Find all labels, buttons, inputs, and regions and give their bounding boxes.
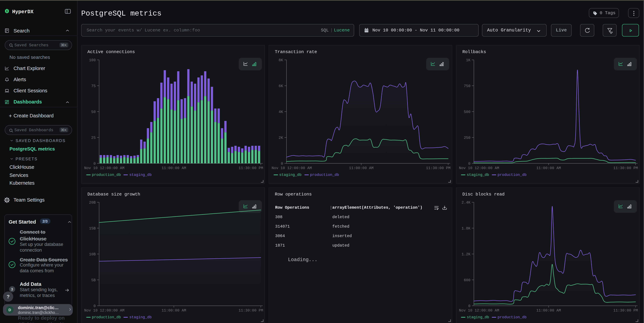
svg-text:50: 50	[91, 110, 96, 114]
svg-text:11:30:00 PM: 11:30:00 PM	[238, 308, 263, 313]
svg-text:0: 0	[93, 304, 96, 308]
svg-text:10B: 10B	[89, 252, 96, 256]
svg-text:11:00:00 AM: 11:00:00 AM	[161, 166, 186, 170]
svg-text:15B: 15B	[89, 226, 96, 231]
svg-text:100: 100	[89, 58, 96, 62]
svg-text:1.2K: 1.2K	[462, 252, 471, 256]
svg-text:Nov 10 12:00:00 AM: Nov 10 12:00:00 AM	[84, 308, 124, 313]
svg-text:250: 250	[464, 136, 470, 140]
svg-text:11:00:00 AM: 11:00:00 AM	[536, 166, 561, 170]
svg-text:4K: 4K	[278, 110, 283, 114]
svg-text:11:30:00 PM: 11:30:00 PM	[238, 166, 263, 170]
svg-text:8K: 8K	[278, 58, 283, 62]
svg-text:25: 25	[91, 136, 96, 140]
svg-text:2K: 2K	[278, 136, 283, 140]
svg-text:0: 0	[468, 304, 470, 308]
svg-text:0: 0	[468, 162, 470, 166]
svg-text:500: 500	[464, 110, 470, 114]
svg-text:Nov 10 12:00:00 AM: Nov 10 12:00:00 AM	[84, 166, 124, 170]
svg-text:11:30:00 PM: 11:30:00 PM	[614, 308, 638, 313]
svg-text:20B: 20B	[89, 200, 96, 205]
svg-text:0: 0	[281, 162, 283, 166]
svg-text:Nov 10 12:00:00 AM: Nov 10 12:00:00 AM	[272, 166, 312, 170]
svg-text:Nov 10 12:00:00 AM: Nov 10 12:00:00 AM	[459, 166, 499, 170]
svg-text:11:30:00 PM: 11:30:00 PM	[614, 166, 638, 170]
svg-text:Nov 10 12:00:00 AM: Nov 10 12:00:00 AM	[459, 308, 499, 313]
svg-text:11:00:00 AM: 11:00:00 AM	[161, 308, 186, 313]
svg-text:11:00:00 AM: 11:00:00 AM	[536, 308, 561, 313]
svg-text:1.8K: 1.8K	[462, 226, 471, 231]
svg-text:5B: 5B	[91, 278, 96, 282]
svg-text:11:00:00 AM: 11:00:00 AM	[349, 166, 373, 170]
svg-text:0: 0	[93, 162, 96, 166]
svg-text:11:30:00 PM: 11:30:00 PM	[426, 166, 450, 170]
svg-text:750: 750	[464, 84, 470, 88]
svg-text:2.4K: 2.4K	[462, 200, 471, 205]
svg-text:1K: 1K	[466, 58, 471, 62]
svg-text:6K: 6K	[278, 84, 283, 88]
svg-text:75: 75	[91, 84, 96, 88]
svg-text:600: 600	[464, 278, 470, 282]
